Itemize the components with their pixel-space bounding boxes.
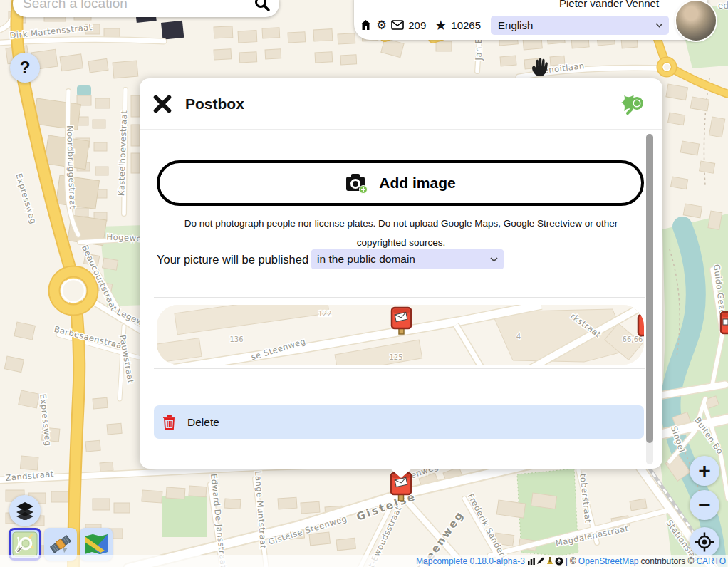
osm-link[interactable]: OpenStreetMap [578, 556, 639, 566]
add-image-label: Add image [379, 175, 455, 192]
header-divider [140, 129, 662, 130]
section-divider [154, 297, 645, 298]
hand-cursor [529, 57, 550, 77]
svg-text:136: 136 [229, 335, 243, 343]
license-select[interactable]: in the public domain [311, 249, 504, 269]
license-selected: in the public domain [317, 253, 490, 266]
attribution-bar: Mapcomplete 0.18.0-alpha-3 | © OpenStree… [0, 555, 728, 567]
dialog-pointer [390, 468, 412, 478]
attribution-separator: | [566, 556, 568, 566]
user-name: Pieter vander Vennet [559, 0, 659, 9]
search-icon[interactable] [254, 0, 271, 12]
chevron-down-icon [490, 257, 498, 262]
add-image-button[interactable]: Add image [157, 160, 644, 206]
dialog-scrollbar[interactable] [646, 134, 653, 464]
delete-button[interactable]: Delete [154, 405, 644, 439]
messages-envelope-icon[interactable] [391, 20, 404, 30]
dialog-scrollbar-thumb[interactable] [646, 134, 653, 443]
layers-button[interactable] [9, 495, 41, 526]
copyright-symbol: © [570, 556, 576, 566]
postbox-dialog: Postbox Add image Do not photograph peop… [140, 78, 662, 469]
search-input[interactable] [21, 0, 254, 12]
location-minimap[interactable]: 122 136 se Steenweg 125 4 rkstraat 66;66 [157, 305, 644, 365]
license-prefix: Your picture will be published [157, 253, 308, 266]
mapcomplete-logo-icon [618, 91, 647, 120]
star-icon: ★ [435, 19, 447, 32]
attribution-icons [527, 557, 563, 566]
geolocate-button[interactable] [690, 527, 719, 557]
dialog-title: Postbox [185, 95, 244, 113]
camera-add-icon [345, 172, 369, 194]
mapcomplete-app: Dirk Martensstraat Jan Br Benoitlaan Noo… [0, 0, 728, 567]
svg-text:66;66: 66;66 [623, 335, 643, 343]
user-avatar[interactable] [676, 1, 716, 41]
star-count: 10265 [451, 19, 481, 31]
community-icon[interactable] [555, 557, 563, 566]
close-icon[interactable] [152, 94, 172, 114]
svg-text:edp: edp [718, 1, 728, 11]
folded-map-icon [83, 532, 109, 556]
postbox-marker-partial[interactable] [721, 312, 728, 333]
search-bar [13, 0, 279, 17]
statistics-icon[interactable] [527, 557, 536, 565]
mapcomplete-version-link[interactable]: Mapcomplete 0.18.0-alpha-3 [416, 556, 525, 566]
crosshair-icon [695, 532, 714, 552]
delete-label: Delete [187, 416, 219, 429]
user-panel: Pieter vander Vennet ⚙ 209 ★ 10265 Engli… [354, 0, 707, 40]
zoom-in-button[interactable]: + [690, 456, 719, 486]
language-selected: English [498, 19, 655, 31]
svg-text:4: 4 [516, 333, 521, 340]
minimap-postbox-partial [638, 315, 644, 335]
layers-icon [16, 501, 34, 520]
surveyor-icon[interactable] [546, 557, 554, 565]
section-divider [154, 368, 645, 369]
carto-link[interactable]: CARTO [696, 556, 726, 566]
trash-icon [162, 415, 176, 430]
zoom-out-button[interactable]: − [690, 490, 719, 520]
satellite-icon [48, 532, 73, 556]
pencil-icon[interactable] [536, 557, 545, 565]
language-select[interactable]: English [491, 16, 669, 35]
chevron-down-icon [655, 23, 663, 28]
help-button[interactable]: ? [10, 53, 40, 83]
message-count: 209 [408, 19, 426, 31]
contributors-text: contributors © [641, 556, 695, 566]
image-upload-note: Do not photograph people nor license pla… [166, 214, 636, 252]
svg-text:122: 122 [318, 310, 331, 318]
settings-gear-icon[interactable]: ⚙ [376, 19, 387, 31]
osm-carto-icon [12, 531, 38, 557]
license-row: Your picture will be published in the pu… [157, 249, 504, 269]
home-icon[interactable] [360, 19, 372, 31]
svg-text:125: 125 [389, 353, 402, 361]
